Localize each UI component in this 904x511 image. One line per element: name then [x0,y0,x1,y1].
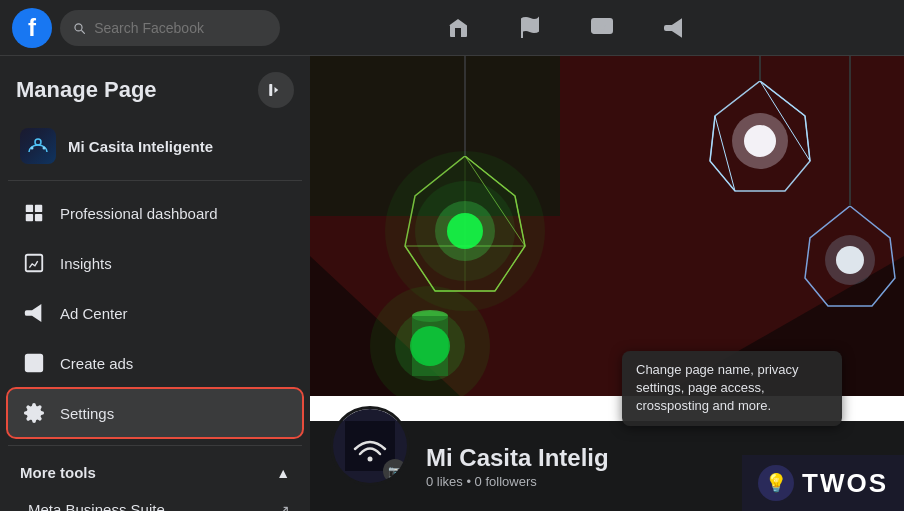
nav-icon-group: AD [438,8,734,48]
sidebar-item-ad-center[interactable]: Ad Center [8,289,302,337]
svg-point-30 [825,235,875,285]
more-tools-label: More tools [20,464,96,481]
external-link-icon: ↗ [278,502,290,512]
sidebar-item-meta-business-suite[interactable]: Meta Business Suite ↗ [8,491,302,511]
collapse-sidebar-button[interactable] [258,72,294,108]
sidebar-item-settings[interactable]: Settings [8,389,302,437]
page-avatar-image [20,128,56,164]
insights-label: Insights [60,255,112,272]
megaphone-nav-button[interactable] [654,8,694,48]
svg-point-38 [385,151,545,311]
svg-rect-7 [26,205,33,212]
professional-dashboard-label: Professional dashboard [60,205,218,222]
svg-text:AD: AD [595,23,606,32]
sidebar-item-insights[interactable]: Insights [8,239,302,287]
svg-point-4 [35,139,41,145]
twos-text: TWOS [802,468,888,499]
svg-point-5 [31,147,34,150]
more-tools-toggle[interactable]: More tools ▲ [8,454,302,491]
ad-center-icon [20,299,48,327]
twos-logo: 💡 [758,465,794,501]
insights-icon [20,249,48,277]
sidebar-item-create-ads[interactable]: Create ads [8,339,302,387]
svg-point-6 [43,147,46,150]
dashboard-icon [20,199,48,227]
facebook-logo[interactable]: f [12,8,52,48]
page-item[interactable]: Mi Casita Inteligente [8,120,302,172]
svg-point-27 [732,113,788,169]
settings-tooltip: Change page name, privacy settings, page… [622,351,842,426]
svg-rect-9 [26,214,33,221]
page-name-label: Mi Casita Inteligente [68,138,213,155]
lamp-scene [310,56,904,396]
page-profile-picture: 📷 [330,406,410,486]
divider-2 [8,445,302,446]
chevron-up-icon: ▲ [276,465,290,481]
cover-photo [310,56,904,396]
ad-center-label: Ad Center [60,305,128,322]
search-bar[interactable] [60,10,280,46]
camera-badge[interactable]: 📷 [383,459,407,483]
main-layout: Manage Page Mi Casita Inteligente Profes… [0,56,904,511]
meta-business-suite-label: Meta Business Suite [28,501,165,511]
svg-rect-11 [26,255,43,272]
settings-label: Settings [60,405,114,422]
twos-watermark: 💡 TWOS [742,455,904,511]
home-nav-button[interactable] [438,8,478,48]
create-ads-label: Create ads [60,355,133,372]
content-area: Change page name, privacy settings, page… [310,56,904,511]
ad-nav-button[interactable]: AD [582,8,622,48]
page-avatar [20,128,56,164]
svg-rect-8 [35,205,42,212]
flag-nav-button[interactable] [510,8,550,48]
sidebar-header: Manage Page [8,68,302,120]
search-input[interactable] [94,20,268,36]
svg-rect-10 [35,214,42,221]
sidebar-item-professional-dashboard[interactable]: Professional dashboard [8,189,302,237]
settings-icon [20,399,48,427]
divider-1 [8,180,302,181]
sidebar: Manage Page Mi Casita Inteligente Profes… [0,56,310,511]
svg-point-41 [368,457,373,462]
search-icon [72,20,86,36]
page-info-bar: 📷 Mi Casita Intelig 0 likes • 0 follower… [310,421,904,511]
sidebar-title: Manage Page [16,77,157,103]
svg-rect-3 [269,84,272,96]
top-navigation: f AD [0,0,904,56]
create-ads-icon [20,349,48,377]
